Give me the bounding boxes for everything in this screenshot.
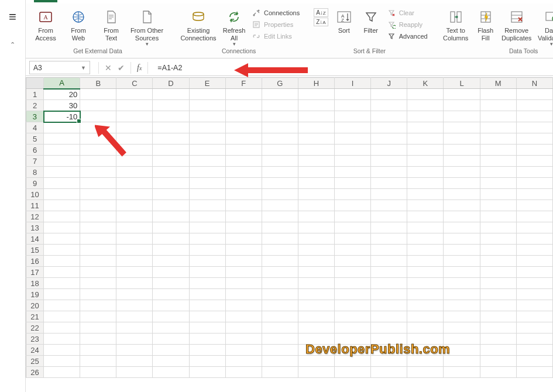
cell-M14[interactable] (480, 233, 516, 245)
cell-L21[interactable] (444, 311, 480, 322)
cell-M2[interactable] (480, 100, 516, 111)
cell-M17[interactable] (480, 267, 516, 278)
cell-B12[interactable] (80, 211, 116, 222)
cell-H25[interactable] (298, 356, 334, 367)
cell-N7[interactable] (516, 156, 552, 167)
cell-A1[interactable]: 20 (44, 89, 80, 100)
cell-K18[interactable] (407, 278, 444, 289)
cell-C13[interactable] (116, 222, 153, 233)
cell-H9[interactable] (298, 178, 334, 189)
cell-J25[interactable] (371, 356, 407, 367)
cell-H7[interactable] (298, 156, 334, 167)
row-header-11[interactable]: 11 (26, 200, 44, 211)
cell-I8[interactable] (335, 167, 371, 178)
cell-D12[interactable] (153, 211, 189, 222)
cell-D25[interactable] (153, 356, 189, 367)
cell-K19[interactable] (407, 289, 444, 300)
cell-E7[interactable] (189, 156, 225, 167)
cell-L18[interactable] (444, 278, 480, 289)
cell-H17[interactable] (298, 267, 334, 278)
cell-F2[interactable] (225, 100, 262, 111)
cell-K14[interactable] (407, 233, 444, 245)
row-header-25[interactable]: 25 (26, 356, 44, 367)
cell-B26[interactable] (80, 367, 116, 378)
cell-N16[interactable] (516, 256, 552, 267)
cell-A2[interactable]: 30 (44, 100, 80, 111)
cell-F8[interactable] (225, 167, 262, 178)
cell-I11[interactable] (335, 200, 371, 211)
refresh-all-button[interactable]: Refresh All ▾ (219, 7, 249, 48)
cell-E14[interactable] (189, 233, 225, 245)
cell-A12[interactable] (44, 211, 80, 222)
cell-B20[interactable] (80, 300, 116, 311)
filter-button[interactable]: Filter (358, 7, 384, 36)
column-header-J[interactable]: J (371, 78, 407, 89)
cell-B25[interactable] (80, 356, 116, 367)
cell-K16[interactable] (407, 256, 444, 267)
cell-C21[interactable] (116, 311, 153, 322)
cell-K26[interactable] (407, 367, 444, 378)
cell-L5[interactable] (444, 133, 480, 145)
cell-K2[interactable] (407, 100, 444, 111)
cell-F16[interactable] (225, 256, 262, 267)
cell-F10[interactable] (225, 189, 262, 200)
cell-K7[interactable] (407, 156, 444, 167)
cell-J21[interactable] (371, 311, 407, 322)
cell-L17[interactable] (444, 267, 480, 278)
cell-M1[interactable] (480, 89, 516, 100)
cell-E2[interactable] (189, 100, 225, 111)
cell-D16[interactable] (153, 256, 189, 267)
cell-L7[interactable] (444, 156, 480, 167)
cell-J15[interactable] (371, 245, 407, 256)
cell-K13[interactable] (407, 222, 444, 233)
cell-J19[interactable] (371, 289, 407, 300)
cell-J4[interactable] (371, 122, 407, 133)
cell-J13[interactable] (371, 222, 407, 233)
cell-I1[interactable] (335, 89, 371, 100)
cell-K5[interactable] (407, 133, 444, 145)
cell-A10[interactable] (44, 189, 80, 200)
cell-F13[interactable] (225, 222, 262, 233)
cell-F21[interactable] (225, 311, 262, 322)
cell-E13[interactable] (189, 222, 225, 233)
cell-E23[interactable] (189, 333, 225, 345)
cell-H21[interactable] (298, 311, 334, 322)
cell-A22[interactable] (44, 322, 80, 333)
row-header-24[interactable]: 24 (26, 345, 44, 356)
cell-D21[interactable] (153, 311, 189, 322)
cell-F15[interactable] (225, 245, 262, 256)
cell-C10[interactable] (116, 189, 153, 200)
cancel-formula-icon[interactable]: ✕ (105, 63, 112, 73)
cell-K15[interactable] (407, 245, 444, 256)
cell-D20[interactable] (153, 300, 189, 311)
cell-I25[interactable] (335, 356, 371, 367)
cell-F18[interactable] (225, 278, 262, 289)
cell-F6[interactable] (225, 145, 262, 156)
cell-D23[interactable] (153, 333, 189, 345)
cell-B24[interactable] (80, 345, 116, 356)
edit-links-button[interactable]: Edit Links (252, 32, 300, 41)
cell-D11[interactable] (153, 200, 189, 211)
cell-K21[interactable] (407, 311, 444, 322)
existing-connections-button[interactable]: Existing Connections (178, 7, 219, 43)
cell-C19[interactable] (116, 289, 153, 300)
cell-H14[interactable] (298, 233, 334, 245)
cell-D4[interactable] (153, 122, 189, 133)
cell-F24[interactable] (225, 345, 262, 356)
column-header-I[interactable]: I (335, 78, 371, 89)
cell-G7[interactable] (262, 156, 298, 167)
cell-G8[interactable] (262, 167, 298, 178)
cell-F3[interactable] (225, 111, 262, 122)
cell-M12[interactable] (480, 211, 516, 222)
cell-A7[interactable] (44, 156, 80, 167)
cell-A6[interactable] (44, 145, 80, 156)
row-header-13[interactable]: 13 (26, 222, 44, 233)
enter-formula-icon[interactable]: ✔ (118, 63, 125, 73)
cell-A3[interactable]: -10 (44, 111, 80, 122)
cell-E10[interactable] (189, 189, 225, 200)
row-header-17[interactable]: 17 (26, 267, 44, 278)
cell-I22[interactable] (335, 322, 371, 333)
cell-F17[interactable] (225, 267, 262, 278)
row-header-16[interactable]: 16 (26, 256, 44, 267)
cell-G5[interactable] (262, 133, 298, 145)
